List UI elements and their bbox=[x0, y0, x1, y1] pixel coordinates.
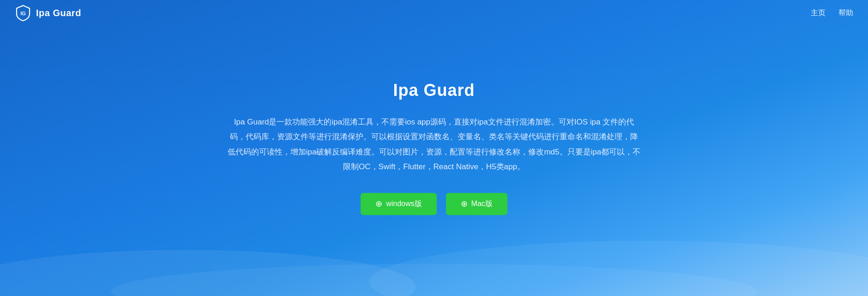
logo-area: IG Ipa Guard bbox=[15, 5, 81, 21]
hero-title: Ipa Guard bbox=[226, 81, 642, 100]
svg-point-2 bbox=[111, 264, 757, 296]
windows-download-icon: ⊕ bbox=[375, 199, 382, 209]
mac-download-icon: ⊕ bbox=[461, 199, 468, 209]
nav-home[interactable]: 主页 bbox=[811, 8, 826, 18]
windows-download-label: windows版 bbox=[386, 199, 422, 209]
nav-links: 主页 帮助 bbox=[811, 8, 853, 18]
svg-point-1 bbox=[369, 241, 868, 296]
mac-download-button[interactable]: ⊕ Mac版 bbox=[446, 193, 507, 215]
header: IG Ipa Guard 主页 帮助 bbox=[0, 0, 868, 26]
svg-text:IG: IG bbox=[20, 11, 26, 16]
page-wrapper: IG Ipa Guard 主页 帮助 Ipa Guard Ipa Guard是一… bbox=[0, 0, 868, 296]
svg-point-0 bbox=[0, 250, 416, 296]
windows-download-button[interactable]: ⊕ windows版 bbox=[361, 193, 436, 215]
button-group: ⊕ windows版 ⊕ Mac版 bbox=[226, 193, 642, 215]
logo-text: Ipa Guard bbox=[36, 8, 81, 18]
nav-help[interactable]: 帮助 bbox=[838, 8, 853, 18]
hero-description: Ipa Guard是一款功能强大的ipa混淆工具，不需要ios app源码，直接… bbox=[226, 115, 642, 174]
main-content: Ipa Guard Ipa Guard是一款功能强大的ipa混淆工具，不需要io… bbox=[226, 81, 642, 215]
mac-download-label: Mac版 bbox=[471, 199, 493, 209]
wave-decoration bbox=[0, 213, 868, 296]
logo-icon: IG bbox=[15, 5, 31, 21]
